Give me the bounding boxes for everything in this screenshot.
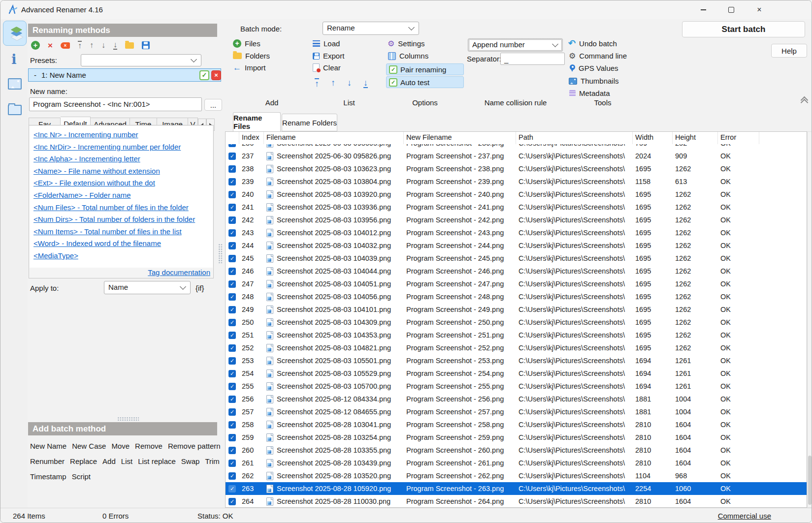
start-batch-button[interactable]: Start batch [682,21,805,37]
file-row[interactable]: 256Screenshot 2025-08-12 084334.pngProgr… [226,393,807,405]
row-checkbox[interactable] [228,216,236,224]
gps-values-button[interactable]: GPS Values [570,64,618,72]
tab-rename-folders[interactable]: Rename Folders [282,114,337,131]
header-height[interactable]: Height [673,132,718,144]
row-checkbox[interactable] [228,178,236,185]
add-method-icon[interactable]: + [31,41,40,50]
file-row[interactable]: 249Screenshot 2025-08-03 104101.pngProgr… [226,303,807,316]
file-row[interactable]: 236Screenshot 2025-06-30 093605.pngProgr… [226,144,807,150]
batch-method-link[interactable]: List [121,457,132,465]
help-button[interactable]: Help [771,44,807,58]
move-file-bottom-icon[interactable]: ↓ [363,78,368,88]
move-file-up-icon[interactable]: ↑ [331,78,335,88]
method-item-new-name[interactable]: - 1: New Name ✓ × [28,68,221,82]
row-checkbox[interactable] [228,396,236,403]
nav-info[interactable]: i [0,52,28,67]
file-row[interactable]: 238Screenshot 2025-08-03 103623.pngProgr… [226,162,807,175]
row-checkbox[interactable] [228,280,236,288]
header-filename[interactable]: Filename [264,132,404,144]
header-checkbox-column[interactable] [226,132,239,144]
tag-link[interactable]: <Num Items> - Total number of files in t… [33,226,209,238]
file-row[interactable]: 257Screenshot 2025-08-12 084655.pngProgr… [226,405,807,418]
row-checkbox[interactable] [228,383,236,390]
file-row[interactable]: 258Screenshot 2025-08-28 103041.pngProgr… [226,418,807,431]
method-collapse-toggle[interactable]: - [34,71,36,79]
commercial-use-link[interactable]: Commercial use [718,512,771,520]
command-line-button[interactable]: ⚙ Command line [569,52,627,60]
file-row[interactable]: 240Screenshot 2025-08-03 103920.pngProgr… [226,188,807,201]
files-button[interactable]: + Files [233,39,260,48]
file-row[interactable]: 248Screenshot 2025-08-03 104056.pngProgr… [226,290,807,303]
batch-method-link[interactable]: Timestamp [30,472,66,481]
batch-method-link[interactable]: Swap [181,457,200,465]
file-row[interactable]: 253Screenshot 2025-08-03 105501.pngProgr… [226,354,807,367]
row-checkbox[interactable] [228,447,236,454]
apply-to-combobox[interactable]: Name [104,281,191,294]
clear-button[interactable]: Clear [313,63,341,72]
auto-test-toggle[interactable]: ✓ Auto test [386,76,464,88]
export-button[interactable]: Export [313,52,344,60]
row-checkbox[interactable] [228,472,236,480]
row-checkbox[interactable] [228,434,236,441]
row-checkbox[interactable] [228,144,236,147]
move-method-bottom-icon[interactable]: ↓ [113,41,117,50]
row-checkbox[interactable] [228,268,236,275]
row-checkbox[interactable] [228,255,236,262]
open-preset-icon[interactable] [125,42,134,49]
browse-button[interactable]: ... [204,99,222,111]
delete-method-icon[interactable]: × [48,41,53,50]
maximize-button[interactable] [723,4,740,15]
nav-methods-panel[interactable] [3,21,27,46]
file-row[interactable]: 252Screenshot 2025-08-03 104821.pngProgr… [226,341,807,354]
batch-method-link[interactable]: Remove pattern [168,442,221,450]
tag-documentation-link[interactable]: Tag documentation [148,268,210,277]
separator-input[interactable]: _ [500,53,565,65]
row-checkbox[interactable] [228,485,236,492]
row-checkbox[interactable] [228,408,236,416]
batch-method-link[interactable]: Trim [205,457,219,465]
row-checkbox[interactable] [228,498,236,505]
batch-method-link[interactable]: Renumber [30,457,65,465]
tag-link[interactable]: <Inc Nr> - Incrementing number [33,129,209,141]
file-row[interactable]: 242Screenshot 2025-08-03 103956.pngProgr… [226,214,807,226]
nav-images[interactable] [8,78,22,90]
batch-method-link[interactable]: New Case [72,442,106,450]
batch-method-link[interactable]: List replace [138,457,176,465]
file-row[interactable]: 264Screenshot 2025-08-28 110030.pngProgr… [226,495,807,508]
tag-link[interactable]: <Ext> - File extension without the dot [33,177,209,189]
file-row[interactable]: 263Screenshot 2025-08-28 105920.pngProgr… [226,482,807,495]
method-enabled-checkbox[interactable]: ✓ [199,70,209,80]
tag-link[interactable]: <Num Files> - Total number of files in t… [33,202,209,214]
if-button[interactable]: {if} [195,284,204,292]
row-checkbox[interactable] [228,204,236,211]
row-checkbox[interactable] [228,357,236,365]
batch-method-link[interactable]: Add [102,457,116,465]
columns-button[interactable]: Columns [388,52,428,60]
file-row[interactable]: 262Screenshot 2025-08-28 103520.pngProgr… [226,469,807,482]
metadata-button[interactable]: Metadata [569,89,610,97]
panel-splitter[interactable] [218,244,223,263]
move-method-top-icon[interactable]: ↑ [78,41,82,50]
tag-link[interactable]: <MediaType> [33,250,209,262]
method-panel-splitter[interactable] [117,417,139,421]
file-row[interactable]: 239Screenshot 2025-08-03 103804.pngProgr… [226,175,807,188]
nav-folders[interactable] [8,105,22,115]
clear-methods-icon[interactable]: × [61,42,70,49]
table-scrollbar-thumb[interactable] [808,456,812,505]
row-checkbox[interactable] [228,165,236,173]
move-file-down-icon[interactable]: ↓ [347,78,352,88]
header-index[interactable]: Index [239,132,264,144]
row-checkbox[interactable] [228,344,236,352]
row-checkbox[interactable] [228,306,236,313]
collapse-panel-button[interactable] [800,97,809,104]
minimize-button[interactable] [695,4,712,15]
batch-method-link[interactable]: Move [111,442,130,450]
file-row[interactable]: 250Screenshot 2025-08-03 104309.pngProgr… [226,316,807,329]
row-checkbox[interactable] [228,242,236,249]
tag-link[interactable]: <Word> - Indexed word of the filename [33,238,209,250]
move-file-top-icon[interactable]: ↑ [315,78,319,88]
tag-link[interactable]: <Name> - File name without extension [33,165,209,178]
file-row[interactable]: 245Screenshot 2025-08-03 104039.pngProgr… [226,252,807,265]
header-path[interactable]: Path [516,132,633,144]
row-checkbox[interactable] [228,191,236,198]
